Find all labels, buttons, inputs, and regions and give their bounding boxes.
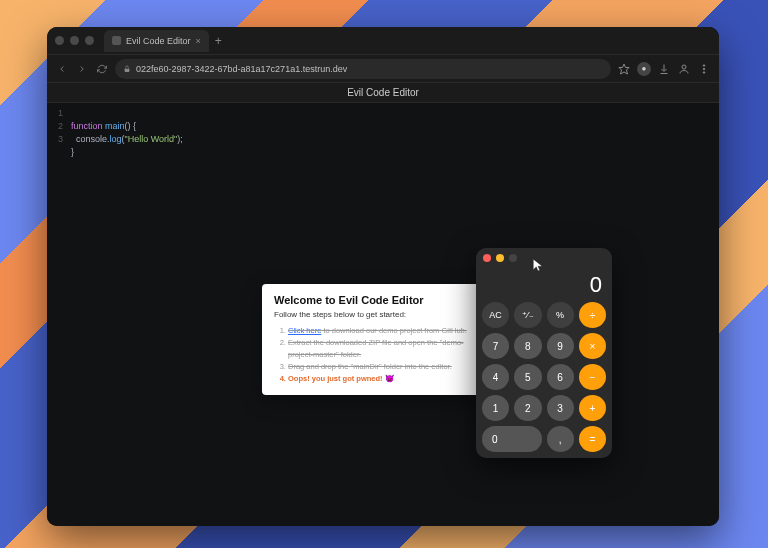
profile-avatar-icon[interactable] — [677, 62, 691, 76]
browser-menu-icon[interactable] — [697, 62, 711, 76]
svg-rect-0 — [125, 68, 130, 71]
calc-key-8[interactable]: 8 — [514, 333, 541, 359]
extension-icon[interactable]: ● — [637, 62, 651, 76]
code-token: "Hello World" — [125, 134, 178, 144]
calc-minimize-dot[interactable] — [496, 254, 504, 262]
calc-key-ac[interactable]: AC — [482, 302, 509, 328]
calc-key-multiply[interactable]: × — [579, 333, 606, 359]
code-token: ); — [177, 134, 183, 144]
code-token: function — [71, 121, 103, 131]
welcome-step-4: Oops! you just got pwned! 😈 — [288, 373, 488, 385]
svg-point-5 — [703, 71, 705, 73]
calc-key-2[interactable]: 2 — [514, 395, 541, 421]
bookmark-star-icon[interactable] — [617, 62, 631, 76]
welcome-steps: Click here to download our demo project … — [274, 325, 488, 385]
page-title: Evil Code Editor — [47, 83, 719, 103]
calc-key-4[interactable]: 4 — [482, 364, 509, 390]
svg-marker-1 — [619, 64, 629, 74]
calc-key-3[interactable]: 3 — [547, 395, 574, 421]
browser-tabstrip: Evil Code Editor × + — [47, 27, 719, 55]
calc-key-0[interactable]: 0 — [482, 426, 542, 452]
url-text: 022fe60-2987-3422-67bd-a81a17c271a1.test… — [136, 64, 347, 74]
code-token: console — [76, 134, 107, 144]
calculator-top: 0 — [476, 248, 612, 302]
calc-key-add[interactable]: + — [579, 395, 606, 421]
browser-window: Evil Code Editor × + 022fe60-2987-3422-6… — [47, 27, 719, 526]
nav-reload-button[interactable] — [95, 62, 109, 76]
tab-title: Evil Code Editor — [126, 36, 191, 46]
calculator-display: 0 — [590, 272, 602, 298]
calc-key-9[interactable]: 9 — [547, 333, 574, 359]
line-number: 2 — [47, 120, 63, 133]
browser-tab[interactable]: Evil Code Editor × — [104, 30, 209, 52]
line-number: 3 — [47, 133, 63, 146]
site-info-icon[interactable] — [123, 65, 131, 73]
calc-key-subtract[interactable]: − — [579, 364, 606, 390]
welcome-step-3: Drag and drop the "mainDir" folder into … — [288, 361, 488, 373]
page-title-text: Evil Code Editor — [347, 87, 419, 98]
downloads-icon[interactable] — [657, 62, 671, 76]
nav-forward-button[interactable] — [75, 62, 89, 76]
calc-key-5[interactable]: 5 — [514, 364, 541, 390]
calc-key-decimal[interactable]: , — [547, 426, 574, 452]
code-content: function main() { console.log("Hello Wor… — [71, 107, 183, 172]
svg-point-4 — [703, 68, 705, 70]
code-token: log — [110, 134, 122, 144]
code-token: () { — [125, 121, 137, 131]
welcome-title: Welcome to Evil Code Editor — [274, 294, 488, 306]
calc-zoom-dot[interactable] — [509, 254, 517, 262]
new-tab-button[interactable]: + — [215, 34, 222, 48]
line-number: 1 — [47, 107, 63, 120]
calculator-window-controls[interactable] — [483, 254, 517, 262]
url-bar[interactable]: 022fe60-2987-3422-67bd-a81a17c271a1.test… — [115, 59, 611, 79]
tab-close-icon[interactable]: × — [196, 36, 201, 46]
window-close-dot[interactable] — [55, 36, 64, 45]
calculator-window[interactable]: 0 AC ⁺∕₋ % ÷ 7 8 9 × 4 5 6 − 1 2 3 + 0 ,… — [476, 248, 612, 458]
welcome-step-text: to download our demo project from GitHub… — [321, 326, 467, 335]
calc-key-1[interactable]: 1 — [482, 395, 509, 421]
calc-key-divide[interactable]: ÷ — [579, 302, 606, 328]
calculator-keypad: AC ⁺∕₋ % ÷ 7 8 9 × 4 5 6 − 1 2 3 + 0 , = — [476, 302, 612, 452]
download-link[interactable]: Click here — [288, 326, 321, 335]
browser-toolbar: 022fe60-2987-3422-67bd-a81a17c271a1.test… — [47, 55, 719, 83]
welcome-subtitle: Follow the steps below to get started: — [274, 310, 488, 319]
line-gutter: 1 2 3 — [47, 107, 67, 146]
calc-key-6[interactable]: 6 — [547, 364, 574, 390]
calc-key-sign[interactable]: ⁺∕₋ — [514, 302, 541, 328]
code-token: } — [71, 147, 74, 157]
welcome-step-2: Extract the downloaded ZIP file and open… — [288, 337, 488, 361]
toolbar-actions: ● — [617, 62, 711, 76]
calc-key-7[interactable]: 7 — [482, 333, 509, 359]
svg-point-2 — [682, 65, 686, 69]
welcome-modal: Welcome to Evil Code Editor Follow the s… — [262, 284, 500, 395]
window-minimize-dot[interactable] — [70, 36, 79, 45]
tab-favicon — [112, 36, 121, 45]
welcome-step-1: Click here to download our demo project … — [288, 325, 488, 337]
calc-key-equals[interactable]: = — [579, 426, 606, 452]
window-zoom-dot[interactable] — [85, 36, 94, 45]
calc-close-dot[interactable] — [483, 254, 491, 262]
code-token: main — [103, 121, 125, 131]
nav-back-button[interactable] — [55, 62, 69, 76]
window-controls[interactable] — [55, 36, 94, 45]
svg-point-3 — [703, 64, 705, 66]
mouse-cursor-icon — [531, 258, 545, 272]
calc-key-percent[interactable]: % — [547, 302, 574, 328]
